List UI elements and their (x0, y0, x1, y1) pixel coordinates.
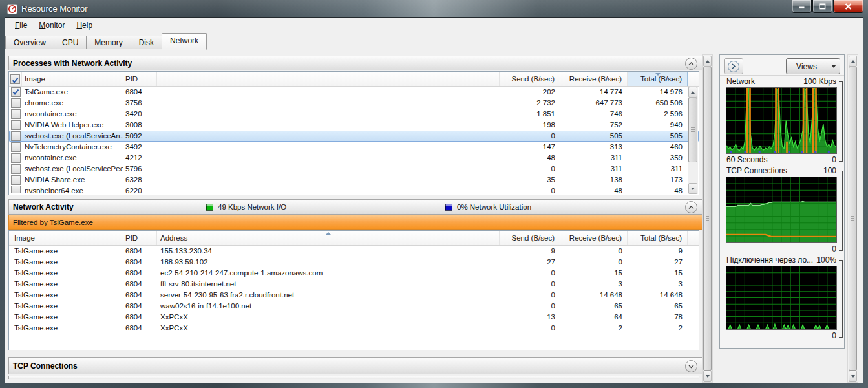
column-header-checkbox[interactable] (9, 72, 22, 86)
close-button[interactable] (833, 0, 863, 13)
network-activity-table: ImagePIDAddressSend (B/sec)Receive (B/se… (8, 230, 699, 350)
column-header-address[interactable]: Address (157, 231, 500, 245)
process-row[interactable]: NVIDIA Share.exe632835138173 (9, 175, 699, 186)
process-row[interactable]: svchost.exe (LocalServicePee...579603113… (9, 164, 699, 175)
column-header-total[interactable]: Total (B/sec) (628, 231, 688, 245)
cell-total: 2 (628, 323, 688, 334)
column-header-image[interactable]: Image (9, 231, 123, 245)
maximize-button[interactable] (812, 0, 832, 13)
cell-receive: 3 (560, 279, 628, 290)
process-row[interactable]: NvTelemetryContainer.exe3492147313460 (9, 142, 699, 153)
cell-image: TslGame.exe (9, 246, 123, 257)
cell-send: 202 (500, 87, 560, 98)
dropdown-arrow-icon[interactable] (827, 59, 840, 74)
row-checkbox[interactable] (11, 186, 21, 193)
cell-total: 65 (628, 301, 688, 312)
cell-address (157, 87, 500, 98)
graph-scale-top: 100% (816, 255, 836, 264)
tab-memory[interactable]: Memory (86, 36, 131, 50)
tab-network[interactable]: Network (162, 33, 207, 50)
process-row[interactable]: chrome.exe37562 732647 773650 506 (9, 98, 699, 109)
select-all-checkbox[interactable] (10, 74, 20, 84)
scrollbar-thumb[interactable] (849, 67, 857, 371)
arrow-up-icon (706, 60, 710, 63)
row-checkbox[interactable] (11, 98, 21, 108)
table-scrollbar[interactable] (688, 87, 698, 194)
cell-address (157, 186, 500, 193)
section-header-tcp-connections[interactable]: TCP Connections (8, 357, 703, 374)
main-column: Processes with Network Activity ImagePID… (8, 49, 699, 383)
collapse-chevron-up-icon[interactable] (685, 201, 697, 213)
scroll-up-button[interactable] (688, 87, 697, 98)
scroll-up-button[interactable] (849, 56, 857, 67)
connection-row[interactable]: TslGame.exe6804155.133.230.34909 (9, 246, 699, 257)
title-bar[interactable]: Resource Monitor (0, 0, 868, 18)
cell-image: TslGame.exe (9, 290, 123, 301)
connection-row[interactable]: TslGame.exe6804fft-srv-80.itsinternet.ne… (9, 279, 699, 290)
scrollbar-thumb[interactable] (703, 67, 712, 371)
cell-address (157, 98, 500, 109)
arrow-up-icon (691, 91, 695, 94)
cell-image: svchost.exe (LocalServicePee... (22, 164, 123, 175)
process-row[interactable]: NVIDIA Web Helper.exe3008198752949 (9, 120, 699, 131)
column-header-receive[interactable]: Receive (B/sec) (560, 72, 628, 86)
process-row[interactable]: nvsphelper64.exe622004848 (9, 186, 699, 193)
menu-item-file[interactable]: File (9, 19, 33, 32)
row-checkbox-cell (9, 131, 22, 142)
main-scrollbar[interactable] (702, 54, 713, 383)
row-checkbox[interactable] (11, 120, 21, 130)
collapse-chevron-up-icon[interactable] (685, 58, 697, 70)
legend-color-swatch (206, 204, 213, 211)
section-header-network-activity[interactable]: Network Activity 49 Kbps Network I/O 0% … (8, 199, 703, 215)
column-header-pid[interactable]: PID (123, 231, 157, 245)
row-checkbox[interactable] (11, 175, 21, 185)
column-header-total[interactable]: Total (B/sec) (628, 72, 688, 86)
connection-row[interactable]: TslGame.exe6804XxPCxX022 (9, 323, 699, 334)
views-button[interactable]: Views (786, 58, 840, 74)
cell-address: server-54-230-95-63.fra2.r.cloudfront.ne… (157, 290, 500, 301)
connection-row[interactable]: TslGame.exe6804188.93.59.10227027 (9, 257, 699, 268)
expand-panel-button[interactable] (724, 58, 743, 74)
column-header-send[interactable]: Send (B/sec) (500, 72, 560, 86)
column-header-address[interactable] (157, 72, 500, 86)
cell-send: 1 851 (500, 109, 560, 120)
minimize-button[interactable] (792, 0, 812, 13)
menu-item-help[interactable]: Help (70, 19, 98, 32)
column-header-image[interactable]: Image (22, 72, 123, 86)
process-row[interactable]: TslGame.exe680420214 77414 976 (9, 87, 699, 98)
scroll-down-button[interactable] (688, 183, 697, 194)
collapse-chevron-down-icon[interactable] (685, 360, 697, 372)
connection-row[interactable]: TslGame.exe6804XxPCxX136478 (9, 312, 699, 323)
scroll-down-button[interactable] (849, 371, 857, 382)
process-row[interactable]: nvcontainer.exe421248311359 (9, 153, 699, 164)
column-header-receive[interactable]: Receive (B/sec) (560, 231, 628, 245)
row-checkbox[interactable] (11, 87, 21, 97)
scroll-down-button[interactable] (703, 371, 712, 382)
section-header-processes[interactable]: Processes with Network Activity (8, 56, 703, 70)
menu-item-monitor[interactable]: Monitor (33, 19, 70, 32)
arrow-down-icon (691, 188, 695, 190)
cell-receive: 64 (560, 312, 628, 323)
row-checkbox[interactable] (11, 131, 21, 141)
cell-receive: 505 (560, 131, 628, 142)
tab-overview[interactable]: Overview (5, 36, 54, 50)
row-checkbox[interactable] (11, 142, 21, 152)
section-title: TCP Connections (13, 361, 78, 371)
process-row[interactable]: svchost.exe (LocalServiceAn...5092050550… (9, 131, 699, 142)
table-body: TslGame.exe6804155.133.230.34909TslGame.… (9, 246, 699, 334)
scrollbar-thumb[interactable] (688, 98, 697, 162)
column-header-send[interactable]: Send (B/sec) (500, 231, 560, 245)
cell-address (157, 109, 500, 120)
row-checkbox[interactable] (11, 109, 21, 119)
column-header-pid[interactable]: PID (123, 72, 157, 86)
process-row[interactable]: nvcontainer.exe34201 8517462 596 (9, 109, 699, 120)
tab-disk[interactable]: Disk (131, 36, 162, 50)
connection-row[interactable]: TslGame.exe6804ec2-54-210-214-247.comput… (9, 268, 699, 279)
scroll-up-button[interactable] (703, 56, 712, 67)
sidebar-scrollbar[interactable] (847, 54, 858, 383)
connection-row[interactable]: TslGame.exe6804waw02s16-in-f14.1e100.net… (9, 301, 699, 312)
row-checkbox[interactable] (11, 164, 21, 174)
connection-row[interactable]: TslGame.exe6804server-54-230-95-63.fra2.… (9, 290, 699, 301)
row-checkbox[interactable] (11, 153, 21, 163)
tab-cpu[interactable]: CPU (54, 36, 87, 50)
